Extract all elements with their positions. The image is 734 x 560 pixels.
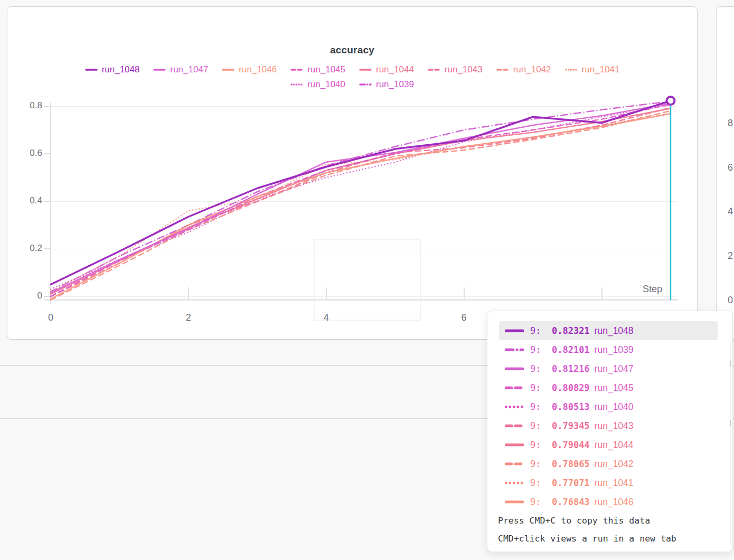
- tooltip-step: 9:: [530, 344, 552, 355]
- tooltip-row-run_1047[interactable]: 9: 0.81216run_1047: [499, 359, 718, 378]
- series-line-run_1044[interactable]: [51, 108, 671, 294]
- tooltip-step: 9:: [530, 440, 552, 450]
- tooltip-value: 0.80829: [552, 382, 590, 393]
- adjacent-y-axis-label: 0: [728, 295, 734, 306]
- tooltip-value: 0.77071: [552, 478, 590, 488]
- tooltip-run-name: run_1042: [595, 459, 634, 470]
- series-line-run_1040[interactable]: [51, 105, 671, 290]
- tooltip-footer: Press CMD+C to copy this data CMD+click …: [498, 512, 676, 548]
- tooltip-value: 0.80513: [552, 402, 590, 412]
- tooltip-step: 9:: [530, 497, 552, 507]
- adjacent-panel-y-axis: 86420: [717, 7, 734, 339]
- tooltip-step: 9:: [530, 363, 552, 374]
- legend-line-sample: [505, 404, 524, 409]
- legend-line-sample: [505, 328, 524, 333]
- tooltip-rows: 9: 0.82321run_10489: 0.82101run_10399: 0…: [499, 321, 718, 511]
- tooltip-step: 9:: [530, 382, 552, 393]
- series-line-run_1046[interactable]: [51, 114, 671, 298]
- highlighted-point-marker: [666, 97, 674, 105]
- tooltip-step: 9:: [530, 459, 552, 469]
- adjacent-y-axis-label: 2: [728, 250, 734, 262]
- tooltip-row-run_1040[interactable]: 9: 0.80513run_1040: [499, 397, 718, 416]
- tooltip-scrollbar-notch[interactable]: [730, 420, 731, 426]
- adjacent-chart-panel[interactable]: 86420: [716, 6, 734, 340]
- tooltip-value: 0.76843: [552, 497, 590, 507]
- tooltip-run-name: run_1041: [595, 478, 634, 489]
- series-line-run_1045[interactable]: [51, 104, 671, 296]
- adjacent-y-axis-label: 8: [728, 118, 734, 129]
- tooltip-value: 0.82321: [552, 325, 590, 336]
- x-axis-label: 2: [177, 312, 200, 325]
- tooltip-scrollbar[interactable]: [730, 340, 731, 545]
- tooltip-row-run_1042[interactable]: 9: 0.78065run_1042: [499, 454, 718, 473]
- tooltip-row-run_1044[interactable]: 9: 0.79044run_1044: [499, 435, 718, 454]
- legend-line-sample: [505, 366, 524, 371]
- tooltip-hint-open-run: CMD+click views a run in a new tab: [498, 530, 676, 548]
- tooltip-step: 9:: [530, 402, 552, 412]
- tooltip-run-name: run_1047: [595, 363, 634, 375]
- series-line-run_1041[interactable]: [51, 113, 671, 292]
- y-axis-label: 0: [7, 291, 42, 302]
- series-line-run_1048[interactable]: [51, 101, 671, 285]
- tooltip-step: 9:: [530, 421, 552, 431]
- chart-tooltip: 9: 0.82321run_10489: 0.82101run_10399: 0…: [487, 311, 733, 552]
- legend-line-sample: [505, 461, 524, 466]
- legend-line-sample: [505, 385, 524, 390]
- x-axis-label: 6: [453, 312, 476, 325]
- tooltip-row-run_1039[interactable]: 9: 0.82101run_1039: [499, 340, 718, 359]
- x-axis-title: Step: [643, 284, 662, 295]
- tooltip-run-name: run_1045: [595, 382, 634, 394]
- tooltip-step: 9:: [530, 325, 552, 336]
- tooltip-row-run_1046[interactable]: 9: 0.76843run_1046: [499, 492, 718, 511]
- tooltip-row-run_1043[interactable]: 9: 0.79345run_1043: [499, 416, 718, 435]
- tooltip-run-name: run_1044: [595, 440, 634, 451]
- tooltip-run-name: run_1043: [595, 421, 634, 432]
- page: accuracy run_1048run_1047run_1046run_104…: [0, 0, 734, 560]
- series-line-run_1043[interactable]: [51, 108, 671, 296]
- tooltip-step: 9:: [530, 478, 552, 488]
- tooltip-value: 0.78065: [552, 459, 590, 469]
- y-axis-label: 0.4: [7, 195, 42, 207]
- y-axis-label: 0.8: [7, 100, 42, 112]
- y-axis-label: 0.6: [7, 148, 42, 160]
- tooltip-value: 0.79044: [552, 440, 590, 450]
- plot-area[interactable]: Step 00.20.40.60.802468: [7, 7, 697, 339]
- legend-line-sample: [505, 499, 524, 505]
- legend-line-sample: [505, 347, 524, 352]
- tooltip-row-run_1041[interactable]: 9: 0.77071run_1041: [499, 473, 718, 492]
- tooltip-value: 0.82101: [552, 344, 590, 355]
- tooltip-scrollbar-notch[interactable]: [730, 360, 731, 367]
- x-axis-label: 4: [315, 312, 338, 325]
- series-lines: [51, 98, 676, 305]
- tooltip-hint-copy: Press CMD+C to copy this data: [498, 512, 676, 530]
- chart-panel-accuracy[interactable]: accuracy run_1048run_1047run_1046run_104…: [7, 6, 698, 340]
- legend-line-sample: [505, 423, 524, 428]
- y-axis-label: 0.2: [7, 243, 42, 255]
- tooltip-value: 0.81216: [552, 363, 590, 374]
- adjacent-y-axis-label: 6: [728, 162, 734, 174]
- tooltip-row-run_1048[interactable]: 9: 0.82321run_1048: [499, 321, 718, 340]
- tooltip-run-name: run_1040: [595, 402, 634, 413]
- adjacent-y-axis-label: 4: [728, 206, 734, 218]
- tooltip-run-name: run_1046: [595, 497, 634, 508]
- tooltip-run-name: run_1048: [595, 325, 634, 337]
- x-axis-label: 0: [39, 312, 62, 325]
- series-line-run_1042[interactable]: [51, 111, 671, 300]
- legend-line-sample: [505, 480, 524, 486]
- tooltip-value: 0.79345: [552, 421, 590, 431]
- legend-line-sample: [505, 442, 524, 447]
- tooltip-run-name: run_1039: [595, 344, 634, 356]
- tooltip-row-run_1045[interactable]: 9: 0.80829run_1045: [499, 378, 718, 397]
